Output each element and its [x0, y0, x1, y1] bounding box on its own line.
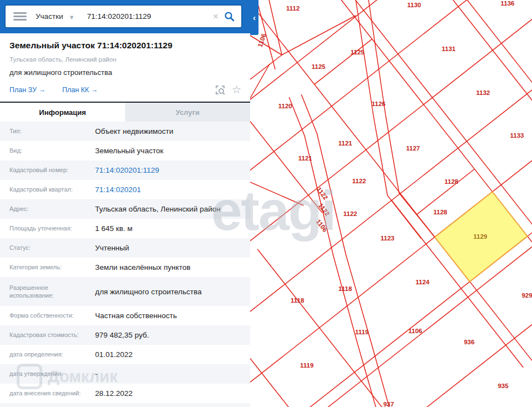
parcel-label[interactable]: 1132	[476, 89, 490, 96]
row-value: 01.01.2022	[95, 350, 133, 359]
parcel-label[interactable]: 936	[464, 339, 474, 345]
row-value-link[interactable]: 71:14:020201:1129	[95, 166, 159, 174]
chevron-down-icon[interactable]: ▼	[69, 14, 75, 21]
parcel-label[interactable]: 1122	[344, 210, 357, 217]
page-title: Земельный участок 71:14:020201:1129	[9, 41, 241, 51]
plan-zu-link[interactable]: План ЗУ →	[9, 86, 46, 94]
road-line	[289, 97, 376, 407]
row-label: Категория земель:	[9, 263, 95, 271]
row-label: Форма собственности:	[9, 311, 95, 319]
parcel-label[interactable]: 1128	[434, 209, 448, 215]
row-value: 979 482,35 руб.	[95, 331, 149, 339]
parcel-label[interactable]: 937	[383, 401, 394, 407]
info-row: Тип:Объект недвижимости	[0, 122, 250, 141]
parcel-label[interactable]: 929	[521, 292, 532, 299]
row-value: Земли населённых пунктов	[95, 263, 191, 272]
search-input[interactable]	[86, 12, 211, 21]
info-row: Адрес:Тульская область, Ленинский район	[0, 199, 250, 219]
info-row: дата применения:01.01.2023	[0, 403, 250, 407]
cadastral-app: 1112113011361106112511251131112011261132…	[0, 0, 532, 407]
search-box[interactable]: Участки ▼ ×	[4, 4, 242, 28]
road-line	[250, 182, 304, 205]
category-selector[interactable]: Участки	[36, 12, 63, 21]
menu-icon[interactable]	[13, 12, 27, 21]
row-label: дата внесения сведений:	[9, 389, 95, 397]
road-line	[369, 0, 435, 237]
parcel-label[interactable]: 1106	[409, 328, 422, 334]
zoom-to-object-icon[interactable]	[215, 85, 225, 95]
cadastral-map[interactable]: 1112113011361106112511251131112011261132…	[250, 0, 532, 407]
parcel-label[interactable]: 1125	[351, 49, 365, 56]
tab-information[interactable]: Информация	[0, 103, 125, 122]
tab-services[interactable]: Услуги	[125, 103, 250, 122]
parcel-label[interactable]: 1112	[286, 5, 300, 12]
info-row: Площадь уточненная:1 645 кв. м	[0, 219, 250, 238]
road-line	[250, 55, 282, 79]
info-row: Категория земель:Земли населённых пункто…	[0, 258, 250, 277]
row-value: для жилищного строительства	[95, 288, 202, 296]
parcel-label[interactable]: 1127	[406, 145, 420, 152]
search-icon[interactable]	[224, 11, 235, 22]
clear-icon[interactable]: ×	[213, 11, 218, 22]
parcel-label[interactable]: 1118	[291, 297, 305, 304]
row-value: Объект недвижимости	[95, 127, 173, 135]
parcel-label[interactable]: 1125	[312, 63, 326, 70]
parcel-label[interactable]: 935	[498, 383, 509, 389]
info-row: Кадастровый номер:71:14:020201:1129	[0, 160, 250, 180]
row-label: Разрешенное использование:	[9, 284, 95, 300]
row-value-link[interactable]: 71:14:020201	[95, 185, 141, 194]
parcel-label[interactable]: 1136	[501, 0, 515, 7]
row-value: Учтенный	[95, 244, 129, 252]
panel-collapse-button[interactable]: ‹	[250, 0, 258, 35]
object-summary: Земельный участок 71:14:020201:1129 Туль…	[0, 33, 250, 102]
info-row: Кадастровый квартал:71:14:020201	[0, 180, 250, 199]
search-header: Участки ▼ ×	[0, 0, 250, 33]
row-label: Площадь уточненная:	[9, 224, 95, 232]
info-row: дата внесения сведений:28.12.2022	[0, 384, 250, 403]
row-label: Вид:	[9, 147, 95, 154]
parcel-label[interactable]: 1106	[315, 218, 329, 233]
parcel-label[interactable]: 1121	[299, 155, 313, 162]
row-label: Кадастровый квартал:	[9, 185, 95, 193]
parcel-label[interactable]: 1124	[416, 279, 430, 285]
row-value: Земельный участок	[95, 147, 163, 155]
parcel-label[interactable]: 1122	[352, 178, 366, 184]
parcel-label[interactable]: 1119	[355, 329, 369, 335]
info-panel: Участки ▼ × Земельный участок 71:14:0202…	[0, 0, 250, 407]
parcel-label[interactable]: 1133	[510, 132, 524, 139]
row-value: 1 645 кв. м	[95, 224, 132, 233]
info-row: Разрешенное использование:для жилищного …	[0, 277, 250, 306]
parcel-label[interactable]: 1120	[279, 103, 292, 109]
parcel-label[interactable]: 1118	[339, 285, 352, 292]
row-label: дата определения:	[9, 350, 95, 358]
favorite-star-icon[interactable]: ☆	[232, 84, 241, 95]
road-line	[269, 0, 282, 55]
row-label: Кадастровая стоимость:	[9, 331, 95, 339]
parcel-label[interactable]: 1128	[445, 178, 459, 185]
row-value: 28.12.2022	[95, 389, 133, 398]
info-row: Вид:Земельный участок	[0, 141, 250, 160]
parcel-map-svg[interactable]: 1112113011361106112511251131112011261132…	[250, 0, 532, 407]
parcel-label[interactable]: 1121	[339, 140, 353, 147]
parcel-label[interactable]: 1126	[372, 101, 386, 107]
plan-links: План ЗУ → План КК → ☆	[9, 84, 241, 102]
row-value: Тульская область, Ленинский район	[95, 205, 221, 213]
road-line	[282, 16, 356, 55]
parcel-label[interactable]: 1130	[407, 2, 421, 8]
parcel-label[interactable]: 1119	[300, 362, 314, 369]
row-value: -	[95, 370, 98, 378]
row-label: Кадастровый номер:	[9, 166, 95, 174]
parcel-label[interactable]: 1131	[442, 46, 456, 52]
info-row: Форма собственности:Частная собственност…	[0, 306, 250, 325]
parcel-grid	[250, 0, 532, 407]
plan-kk-link[interactable]: План КК →	[62, 86, 98, 94]
object-usage: для жилищного строительства	[9, 68, 241, 77]
info-row: Кадастровая стоимость:979 482,35 руб.	[0, 325, 250, 345]
road-line	[250, 64, 270, 98]
row-label: Тип:	[9, 127, 95, 135]
info-row: дата утверждения:-	[0, 364, 250, 384]
parcel-label[interactable]: 1123	[381, 235, 395, 242]
parcel-label[interactable]: 1106	[257, 33, 267, 48]
highlighted-parcel-label[interactable]: 1129	[474, 233, 488, 240]
parcel-label[interactable]: 1122	[315, 186, 329, 201]
